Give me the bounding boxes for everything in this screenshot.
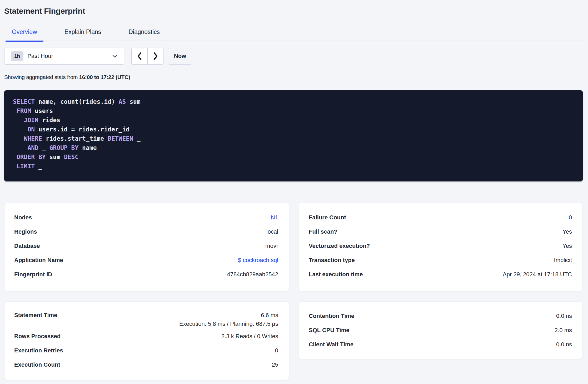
card-row: Client Wait Time0.0 ns xyxy=(309,337,572,352)
time-range-badge: 1h xyxy=(11,51,23,61)
card-row-value: 6.6 ms xyxy=(261,312,278,319)
tab-label: Overview xyxy=(12,28,37,36)
card-stats-left: Statement Time6.6 msExecution: 5.8 ms / … xyxy=(4,301,289,380)
aggregated-stats-summary: Showing aggregated stats from 16:00 to 1… xyxy=(4,73,583,81)
card-row: Statement Time6.6 msExecution: 5.8 ms / … xyxy=(14,308,278,329)
card-row-label: Contention Time xyxy=(309,313,354,319)
tab-label: Explain Plans xyxy=(64,28,101,36)
card-row: NodesN1 xyxy=(14,210,278,225)
card-row: Regionslocal xyxy=(14,225,278,239)
card-row-value: 4784cb829aab2542 xyxy=(227,271,278,278)
card-overview-left: NodesN1RegionslocalDatabasemovrApplicati… xyxy=(4,203,289,291)
tab-explain-plans[interactable]: Explain Plans xyxy=(58,28,107,41)
card-row-value: 0 xyxy=(275,347,278,354)
now-button[interactable]: Now xyxy=(168,48,192,65)
tab-overview[interactable]: Overview xyxy=(6,28,43,41)
page-title: Statement Fingerprint xyxy=(4,6,583,16)
card-row-value: 25 xyxy=(272,361,278,368)
card-row-label: Nodes xyxy=(14,214,32,221)
card-row-label: Client Wait Time xyxy=(309,341,353,348)
card-row-label: Rows Processed xyxy=(14,333,61,340)
card-row-label: Execution Count xyxy=(14,361,60,368)
time-step-buttons xyxy=(131,48,163,65)
card-row: SQL CPU Time2.0 ms xyxy=(309,323,572,337)
card-row-value-link[interactable]: N1 xyxy=(271,214,278,221)
sql-statement-text: SELECT name, count(rides.id) AS sum FROM… xyxy=(13,97,574,171)
tab-diagnostics[interactable]: Diagnostics xyxy=(122,28,166,41)
card-row: Vectorized execution?Yes xyxy=(309,239,572,253)
card-row-value: 2.0 ms xyxy=(555,327,572,334)
card-row: Full scan?Yes xyxy=(309,225,572,239)
card-row: Last execution timeApr 29, 2024 at 17:18… xyxy=(309,267,572,282)
chevron-down-icon xyxy=(112,53,118,59)
aggregated-stats-range: 16:00 to 17:22 (UTC) xyxy=(79,74,130,80)
prev-time-button[interactable] xyxy=(132,48,147,64)
time-selector-row: 1h Past Hour Now xyxy=(4,48,583,65)
card-row-label: Statement Time xyxy=(14,312,57,319)
tab-bar: OverviewExplain PlansDiagnostics xyxy=(6,28,583,41)
card-row: Contention Time0.0 ns xyxy=(309,309,572,323)
card-row: Application Name$ cockroach sql xyxy=(14,253,278,267)
card-row-subvalue: Execution: 5.8 ms / Planning: 687.5 µs xyxy=(14,320,278,328)
card-row-label: SQL CPU Time xyxy=(309,327,349,334)
card-row: Failure Count0 xyxy=(309,210,572,225)
card-row: Execution Count25 xyxy=(14,358,278,372)
card-row-value-link[interactable]: $ cockroach sql xyxy=(238,257,278,264)
card-row-label: Execution Retries xyxy=(14,347,63,354)
card-row: Rows Processed2.3 k Reads / 0 Writes xyxy=(14,329,278,343)
next-time-button[interactable] xyxy=(147,48,163,64)
card-row-value: local xyxy=(266,228,278,235)
card-row: Databasemovr xyxy=(14,239,278,253)
card-row-label: Full scan? xyxy=(309,228,337,235)
card-row-value: 0 xyxy=(569,214,572,221)
sql-statement-box: SELECT name, count(rides.id) AS sum FROM… xyxy=(4,90,583,181)
card-row-label: Application Name xyxy=(14,257,63,264)
time-range-selected-value: Past Hour xyxy=(27,53,53,60)
card-row-label: Last execution time xyxy=(309,271,363,278)
card-row: Execution Retries0 xyxy=(14,343,278,358)
card-row-label: Vectorized execution? xyxy=(309,243,370,249)
card-row-label: Database xyxy=(14,243,40,249)
card-row-value: Apr 29, 2024 at 17:18 UTC xyxy=(503,271,572,278)
aggregated-stats-prefix: Showing aggregated stats from xyxy=(4,74,79,80)
chevron-right-icon xyxy=(153,52,158,60)
card-row-value: Yes xyxy=(562,228,572,235)
card-row: Fingerprint ID4784cb829aab2542 xyxy=(14,267,278,282)
card-row-label: Failure Count xyxy=(309,214,346,221)
card-row: Transaction typeImplicit xyxy=(309,253,572,267)
card-row-value: Yes xyxy=(562,243,572,249)
tab-label: Diagnostics xyxy=(128,28,160,36)
card-row-value: 0.0 ns xyxy=(556,313,572,319)
card-row-value: 0.0 ns xyxy=(556,341,572,348)
card-stats-right: Contention Time0.0 nsSQL CPU Time2.0 msC… xyxy=(299,301,583,359)
card-row-label: Fingerprint ID xyxy=(14,271,52,278)
card-row-value: 2.3 k Reads / 0 Writes xyxy=(221,333,278,340)
card-row-label: Transaction type xyxy=(309,257,355,264)
statement-fingerprint-page: Statement Fingerprint OverviewExplain Pl… xyxy=(0,6,588,380)
card-row-value: Implicit xyxy=(554,257,572,264)
time-range-dropdown[interactable]: 1h Past Hour xyxy=(4,48,124,65)
card-row-value: movr xyxy=(265,243,278,249)
card-overview-right: Failure Count0Full scan?YesVectorized ex… xyxy=(299,203,583,291)
chevron-left-icon xyxy=(137,52,142,60)
summary-cards: NodesN1RegionslocalDatabasemovrApplicati… xyxy=(4,203,583,380)
card-row-label: Regions xyxy=(14,228,37,235)
